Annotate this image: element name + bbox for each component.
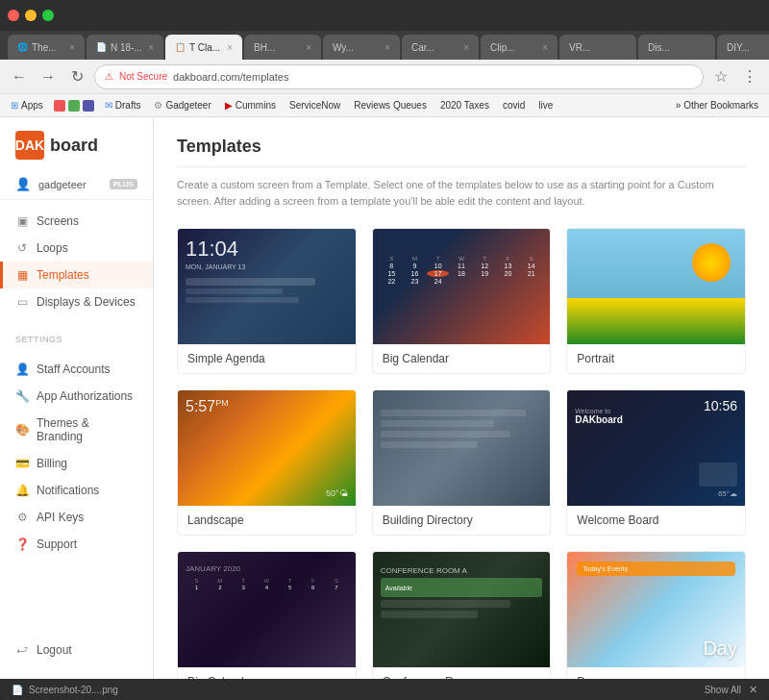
bookmark-drafts[interactable]: ✉ Drafts	[102, 99, 144, 112]
logo-icon: DAK	[15, 131, 44, 160]
browser-tab[interactable]: Wy...×	[323, 35, 400, 60]
download-status: 📄 Screenshot-20....png	[12, 685, 118, 695]
sidebar-item-templates[interactable]: ▦ Templates	[0, 262, 153, 288]
notif-label: Notifications	[37, 484, 99, 497]
template-thumb-simple-agenda: 11:04 MON, JANUARY 13	[178, 229, 356, 344]
user-name: gadgeteer	[38, 179, 87, 190]
traffic-lights	[8, 10, 54, 21]
page-title: Templates	[177, 137, 746, 157]
forward-button[interactable]: →	[37, 65, 60, 88]
template-thumb-welcome: Welcome to DAKboard 10:56 65°☁	[567, 390, 745, 506]
template-welcome-board[interactable]: Welcome to DAKboard 10:56 65°☁ Welcome B…	[566, 389, 746, 536]
template-name-portrait: Portrait	[567, 344, 745, 373]
template-portrait[interactable]: Portrait	[566, 228, 746, 374]
loops-label: Loops	[37, 241, 68, 255]
browser-tab[interactable]: DIY...	[717, 35, 769, 60]
settings-nav: 👤 Staff Accounts 🔧 App Authorizations 🎨 …	[0, 348, 153, 565]
template-thumb-big-calendar: S M T W T F S 8 9 10 11	[373, 229, 551, 344]
menu-button[interactable]: ⋮	[738, 65, 761, 88]
minimize-window-button[interactable]	[25, 10, 37, 21]
browser-tab[interactable]: BH...×	[244, 35, 321, 60]
sidebar-item-api-keys[interactable]: ⚙ API Keys	[0, 504, 153, 531]
notif-icon: 🔔	[15, 484, 29, 497]
page-description: Create a custom screen from a Template. …	[177, 177, 746, 209]
template-thumb-landscape: 5:57PM 50°🌤	[178, 390, 356, 506]
sidebar-item-screens[interactable]: ▣ Screens	[0, 208, 153, 235]
user-section: 👤 gadgeteer PLUS	[0, 169, 153, 200]
sidebar-item-support[interactable]: ❓ Support	[0, 531, 153, 558]
templates-grid: 11:04 MON, JANUARY 13 Simple Agenda	[177, 228, 746, 679]
bookmark-taxes[interactable]: 2020 Taxes	[437, 99, 492, 112]
auth-icon: 🔧	[15, 389, 29, 403]
sidebar-item-logout[interactable]: ⮐ Logout	[15, 637, 137, 663]
displays-icon: ▭	[15, 295, 29, 309]
template-name-big-calendar-1: Big Calendar	[373, 344, 551, 373]
sidebar-item-displays[interactable]: ▭ Displays & Devices	[0, 288, 153, 315]
tab-bar: 🌐The...× 📄N 18-...× 📋T Cla...× BH...× Wy…	[0, 31, 769, 60]
template-simple-agenda[interactable]: 11:04 MON, JANUARY 13 Simple Agenda	[177, 228, 357, 374]
sidebar-item-notifications[interactable]: 🔔 Notifications	[0, 477, 153, 504]
bookmark-other[interactable]: » Other Bookmarks	[673, 99, 761, 112]
template-day[interactable]: Today's Events Day Day	[566, 551, 746, 679]
template-thumb-day: Today's Events Day	[567, 552, 745, 667]
address-bar[interactable]: ⚠ Not Secure dakboard.com/templates	[94, 64, 704, 89]
template-big-calendar-1[interactable]: S M T W T F S 8 9 10 11	[372, 228, 552, 374]
page-divider	[177, 166, 746, 167]
browser-tab[interactable]: 📄N 18-...×	[87, 35, 163, 60]
support-icon: ❓	[15, 538, 29, 551]
sidebar-item-themes[interactable]: 🎨 Themes & Branding	[0, 410, 153, 450]
bookmark-reviews[interactable]: Reviews Queues	[351, 99, 430, 112]
template-name-day: Day	[567, 667, 745, 679]
status-right: Show All ✕	[705, 684, 757, 696]
sidebar-item-staff-accounts[interactable]: 👤 Staff Accounts	[0, 356, 153, 383]
displays-label: Displays & Devices	[37, 295, 136, 309]
template-building-directory[interactable]: Building Directory	[372, 389, 552, 536]
bookmark-button[interactable]: ☆	[709, 65, 732, 88]
bookmark-servicenow[interactable]: ServiceNow	[286, 99, 343, 112]
main-content: Templates Create a custom screen from a …	[154, 117, 769, 679]
browser-window: 🌐The...× 📄N 18-...× 📋T Cla...× BH...× Wy…	[0, 0, 769, 700]
maximize-window-button[interactable]	[42, 10, 54, 21]
browser-tab[interactable]: VR...	[559, 35, 636, 60]
bookmark-apps[interactable]: ⊞ Apps	[8, 99, 46, 112]
browser-tab[interactable]: Car...×	[402, 35, 479, 60]
settings-section-label: SETTINGS	[0, 323, 153, 348]
browser-tab-active[interactable]: 📋T Cla...×	[165, 35, 242, 60]
support-label: Support	[37, 538, 77, 551]
template-name-big-calendar-2: Big Calendar	[178, 667, 356, 679]
back-button[interactable]: ←	[8, 65, 31, 88]
show-all-button[interactable]: Show All	[705, 685, 741, 695]
sidebar-item-billing[interactable]: 💳 Billing	[0, 450, 153, 477]
bookmark-live[interactable]: live	[535, 99, 556, 112]
title-bar	[0, 0, 769, 31]
browser-tab[interactable]: Clip...×	[481, 35, 558, 60]
browser-tab[interactable]: 🌐The...×	[8, 35, 85, 60]
bookmark-cummins[interactable]: ▶ Cummins	[222, 99, 279, 112]
screens-icon: ▣	[15, 214, 29, 228]
sidebar-item-loops[interactable]: ↺ Loops	[0, 235, 153, 262]
bookmarks-bar: ⊞ Apps ✉ Drafts ⚙ Gadgeteer ▶ Cummins Se…	[0, 94, 769, 117]
logout-label: Logout	[37, 643, 72, 657]
browser-statusbar: 📄 Screenshot-20....png Show All ✕	[0, 679, 769, 700]
staff-icon: 👤	[15, 362, 29, 376]
sidebar-item-app-auth[interactable]: 🔧 App Authorizations	[0, 383, 153, 410]
file-icon: 📄	[12, 685, 23, 695]
bookmark-covid[interactable]: covid	[500, 99, 528, 112]
template-conference-room[interactable]: CONFERENCE ROOM A Available Conference R…	[372, 551, 552, 679]
template-thumb-big-cal2: JANUARY 2020 S M T W T F S 1 2	[178, 552, 356, 667]
close-status-button[interactable]: ✕	[749, 684, 757, 696]
bookmark-gadgeteer[interactable]: ⚙ Gadgeteer	[151, 99, 213, 112]
template-big-calendar-2[interactable]: JANUARY 2020 S M T W T F S 1 2	[177, 551, 357, 679]
reload-button[interactable]: ↻	[65, 65, 88, 88]
template-landscape[interactable]: 5:57PM 50°🌤 Landscape	[177, 389, 357, 536]
browser-tab[interactable]: Dis...	[638, 35, 715, 60]
download-filename: Screenshot-20....png	[29, 685, 118, 695]
themes-label: Themes & Branding	[37, 416, 137, 443]
billing-label: Billing	[37, 457, 67, 470]
auth-label: App Authorizations	[37, 389, 133, 403]
close-window-button[interactable]	[8, 10, 19, 21]
template-thumb-building	[373, 390, 551, 506]
template-name-landscape: Landscape	[178, 506, 356, 535]
logo-text: board	[50, 136, 98, 156]
sidebar-nav: ▣ Screens ↺ Loops ▦ Templates ▭ Displays…	[0, 200, 153, 323]
